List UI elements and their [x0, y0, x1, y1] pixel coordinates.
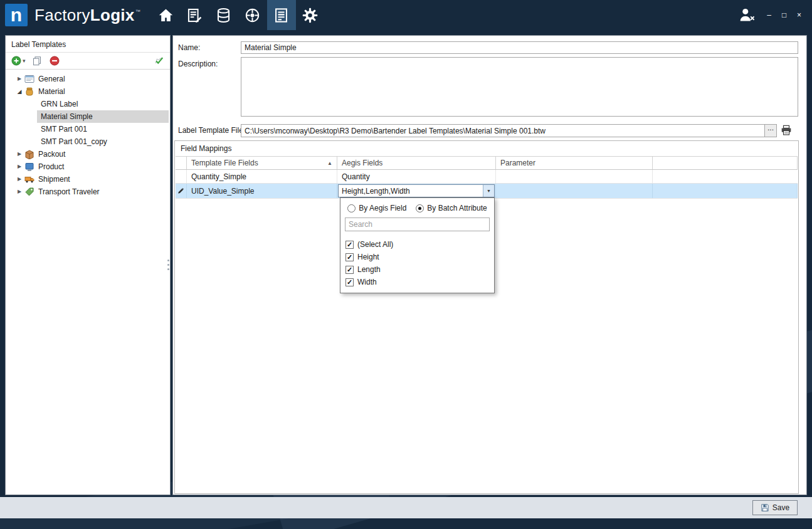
extra-cell — [653, 184, 798, 198]
aegis-field-dropdown-popup: By Aegis Field By Batch Attribute ✓ (Sel… — [340, 197, 495, 293]
name-label: Name: — [178, 43, 200, 52]
delete-template-button[interactable] — [50, 56, 60, 66]
mapping-row-uid-selected[interactable]: UID_Value_Simple Height,Length,Width ▼ — [176, 184, 798, 199]
material-icon — [24, 86, 34, 97]
tree-item-grn-label[interactable]: GRN Label — [6, 98, 170, 110]
template-field-cell: UID_Value_Simple — [187, 184, 337, 198]
app-logo: n — [5, 4, 28, 26]
selected-tree-item: Material Simple — [37, 110, 169, 123]
save-button[interactable]: Save — [752, 500, 798, 515]
product-icon — [24, 162, 34, 172]
checkbox-checked-icon: ✓ — [345, 253, 354, 261]
tree-item-smt-part-001[interactable]: SMT Part 001 — [6, 123, 170, 135]
radio-by-batch-attribute[interactable]: By Batch Attribute — [416, 204, 487, 212]
parameter-cell — [496, 184, 653, 198]
option-select-all[interactable]: ✓ (Select All) — [340, 238, 494, 251]
edit-pencil-icon — [177, 187, 184, 194]
combo-value: Height,Length,Width — [339, 185, 483, 197]
tree-item-shipment[interactable]: ▶ Shipment — [6, 173, 170, 186]
row-selector-cell — [176, 170, 187, 183]
transport-traveler-icon — [24, 187, 34, 197]
column-aegis-fields[interactable]: Aegis Fields — [337, 157, 496, 169]
add-dropdown-caret-icon[interactable]: ▾ — [23, 58, 26, 64]
close-button[interactable]: × — [795, 11, 803, 19]
materials-stack-icon — [215, 7, 232, 24]
maximize-button[interactable]: □ — [780, 11, 788, 19]
browse-button[interactable]: ... — [764, 125, 776, 137]
aegis-field-cell: Quantity — [337, 170, 496, 183]
validate-template-button[interactable] — [154, 56, 164, 66]
aegis-fields-combo[interactable]: Height,Length,Width ▼ — [338, 184, 495, 197]
combo-dropdown-button[interactable]: ▼ — [483, 185, 494, 197]
general-icon — [24, 74, 34, 84]
titlebar: n FactoryLogix™ — [0, 0, 812, 30]
column-extra — [653, 157, 798, 169]
file-path-input[interactable] — [241, 125, 764, 137]
tree-item-packout[interactable]: ▶ Packout — [6, 148, 170, 160]
tree-item-smt-part-001-copy[interactable]: SMT Part 001_copy — [6, 135, 170, 148]
nav-settings-button[interactable] — [296, 0, 325, 30]
titlebar-right: – □ × — [739, 7, 803, 23]
radio-unselected-icon — [347, 204, 356, 212]
expander-collapsed-icon[interactable]: ▶ — [16, 152, 23, 157]
extra-cell — [653, 170, 798, 183]
factorylogix-window: n FactoryLogix™ — [0, 0, 812, 529]
radio-by-aegis-field[interactable]: By Aegis Field — [347, 204, 406, 212]
tree-item-product[interactable]: ▶ Product — [6, 160, 170, 173]
minimize-button[interactable]: – — [765, 11, 773, 19]
name-input[interactable] — [241, 41, 798, 54]
expander-collapsed-icon[interactable]: ▶ — [16, 164, 23, 169]
label-templates-panel: Label Templates ▾ ▶ General ◢ Material G… — [5, 35, 171, 495]
expander-collapsed-icon[interactable]: ▶ — [16, 189, 23, 194]
table-header-row: Template File Fields ▲ Aegis Fields Para… — [176, 156, 798, 170]
user-logout-icon[interactable] — [739, 7, 756, 23]
tree-item-material-simple[interactable]: Material Simple — [6, 110, 170, 123]
row-selector-cell — [176, 184, 187, 198]
column-parameter[interactable]: Parameter — [496, 157, 653, 169]
radio-selected-icon — [416, 204, 424, 212]
mapping-row-quantity[interactable]: Quantity_Simple Quantity — [176, 170, 798, 184]
checkbox-checked-icon: ✓ — [345, 278, 354, 286]
aegis-field-cell: Height,Length,Width ▼ — [337, 184, 496, 198]
expander-expanded-icon[interactable]: ◢ — [16, 89, 23, 95]
label-templates-tree: ▶ General ◢ Material GRN Label Material … — [6, 70, 170, 198]
label-template-file-label: Label Template File: — [178, 126, 245, 135]
option-length[interactable]: ✓ Length — [340, 263, 494, 276]
column-template-file-fields[interactable]: Template File Fields ▲ — [187, 157, 337, 169]
gear-icon — [302, 7, 319, 24]
nav-home-button[interactable] — [152, 0, 181, 30]
add-template-button[interactable] — [11, 56, 21, 66]
option-width[interactable]: ✓ Width — [340, 276, 494, 288]
production-clipboard-icon — [186, 7, 203, 24]
field-mappings-group: Field Mappings Template File Fields ▲ Ae… — [174, 140, 799, 494]
attribute-search-input[interactable] — [345, 217, 490, 231]
field-mappings-title: Field Mappings — [181, 144, 231, 153]
npi-disc-icon — [244, 7, 261, 24]
panel-splitter[interactable] — [167, 259, 169, 261]
tree-item-general[interactable]: ▶ General — [6, 73, 170, 85]
main-nav — [152, 0, 325, 30]
print-button[interactable] — [781, 125, 792, 136]
floppy-disk-icon — [761, 503, 769, 512]
description-input[interactable] — [241, 57, 798, 117]
nav-templates-button[interactable] — [267, 0, 296, 30]
nav-npi-button[interactable] — [238, 0, 267, 30]
nav-production-button[interactable] — [181, 0, 209, 30]
expander-collapsed-icon[interactable]: ▶ — [16, 177, 23, 182]
file-path-control: ... — [241, 124, 777, 137]
field-mappings-table: Template File Fields ▲ Aegis Fields Para… — [176, 156, 798, 199]
home-icon — [157, 7, 174, 24]
shipment-icon — [24, 174, 34, 184]
nav-materials-button[interactable] — [209, 0, 238, 30]
expander-collapsed-icon[interactable]: ▶ — [16, 76, 23, 81]
copy-template-button[interactable] — [32, 56, 42, 66]
mapping-mode-radios: By Aegis Field By Batch Attribute — [340, 198, 494, 217]
tree-item-transport-traveler[interactable]: ▶ Transport Traveler — [6, 186, 170, 198]
footer-bar: Save — [0, 497, 812, 518]
option-height[interactable]: ✓ Height — [340, 251, 494, 263]
checkbox-checked-icon: ✓ — [345, 266, 354, 274]
template-field-cell: Quantity_Simple — [187, 170, 337, 183]
templates-document-icon — [273, 7, 290, 24]
parameter-cell — [496, 170, 653, 183]
tree-item-material[interactable]: ◢ Material — [6, 85, 170, 98]
